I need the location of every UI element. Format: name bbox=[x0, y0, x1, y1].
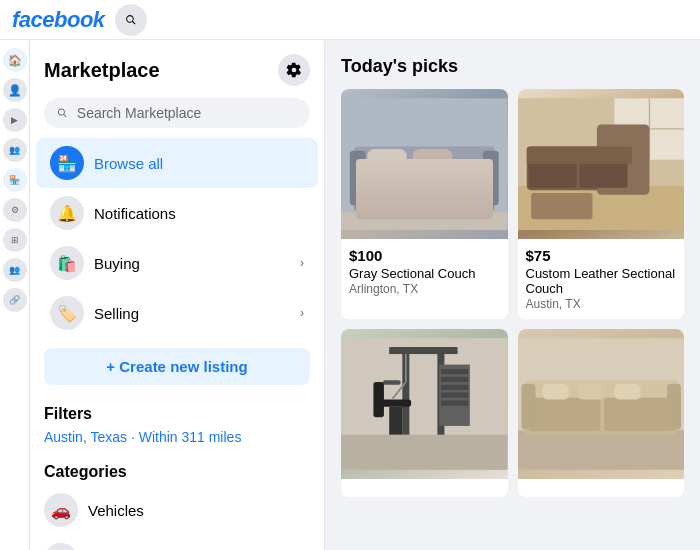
pick-location-2: Austin, TX bbox=[526, 297, 677, 311]
pick-info-3 bbox=[341, 479, 508, 497]
search-icon bbox=[124, 13, 138, 27]
section-title: Today's picks bbox=[341, 56, 684, 77]
pick-card-2[interactable]: $75 Custom Leather Sectional Couch Austi… bbox=[518, 89, 685, 319]
sidebar: Marketplace 🏪 Browse all 🔔 Notifications… bbox=[30, 40, 325, 550]
pick-image-2 bbox=[518, 89, 685, 239]
pick-name-2: Custom Leather Sectional Couch bbox=[526, 266, 677, 296]
facebook-logo: facebook bbox=[12, 7, 105, 33]
buying-chevron: › bbox=[300, 256, 304, 270]
nav-icon-grid[interactable]: ⊞ bbox=[3, 228, 27, 252]
search-icon-sidebar bbox=[56, 106, 69, 120]
notifications-label: Notifications bbox=[94, 205, 304, 222]
pick-card-3[interactable] bbox=[341, 329, 508, 497]
nav-icon-profile[interactable]: 👤 bbox=[3, 78, 27, 102]
svg-rect-18 bbox=[531, 193, 592, 219]
svg-rect-36 bbox=[373, 382, 384, 417]
nav-icon-link[interactable]: 🔗 bbox=[3, 288, 27, 312]
property-icon: 🏠 bbox=[44, 543, 78, 550]
categories-section-label: Categories bbox=[30, 453, 324, 485]
filter-location[interactable]: Austin, Texas · Within 311 miles bbox=[30, 427, 324, 453]
topbar: facebook bbox=[0, 0, 700, 40]
svg-rect-42 bbox=[603, 398, 673, 431]
create-listing-button[interactable]: + Create new listing bbox=[44, 348, 310, 385]
main-layout: 🏠 👤 ▶ 👥 🏪 ⚙ ⊞ 👥 🔗 Marketplace 🏪 bbox=[0, 40, 700, 550]
svg-rect-17 bbox=[526, 146, 631, 164]
svg-rect-1 bbox=[354, 164, 494, 212]
filters-section-label: Filters bbox=[30, 395, 324, 427]
svg-rect-27 bbox=[441, 377, 468, 382]
sidebar-item-selling[interactable]: 🏷️ Selling › bbox=[36, 288, 318, 338]
nav-icon-home[interactable]: 🏠 bbox=[3, 48, 27, 72]
nav-icon-community[interactable]: 👥 bbox=[3, 258, 27, 282]
svg-rect-4 bbox=[413, 149, 452, 170]
sidebar-item-notifications[interactable]: 🔔 Notifications bbox=[36, 188, 318, 238]
svg-rect-43 bbox=[521, 384, 535, 430]
pick-card-4[interactable] bbox=[518, 329, 685, 497]
svg-rect-21 bbox=[341, 435, 508, 470]
svg-rect-45 bbox=[542, 384, 568, 400]
svg-rect-5 bbox=[350, 151, 366, 205]
svg-rect-41 bbox=[528, 398, 600, 431]
svg-rect-0 bbox=[341, 98, 508, 229]
pick-name-1: Gray Sectional Couch bbox=[349, 266, 500, 281]
svg-rect-31 bbox=[380, 400, 411, 407]
content-area: Today's picks bbox=[325, 40, 700, 550]
svg-rect-7 bbox=[341, 212, 508, 230]
couch1-illustration bbox=[341, 89, 508, 239]
buying-icon: 🛍️ bbox=[50, 246, 84, 280]
pick-info-2: $75 Custom Leather Sectional Couch Austi… bbox=[518, 239, 685, 319]
gear-button[interactable] bbox=[278, 54, 310, 86]
gym-illustration bbox=[341, 329, 508, 479]
pick-price-1: $100 bbox=[349, 247, 500, 264]
svg-rect-46 bbox=[577, 384, 603, 400]
svg-rect-28 bbox=[441, 385, 468, 390]
svg-rect-44 bbox=[666, 384, 680, 430]
couch3-illustration bbox=[518, 329, 685, 479]
couch2-illustration bbox=[518, 89, 685, 239]
left-nav: 🏠 👤 ▶ 👥 🏪 ⚙ ⊞ 👥 🔗 bbox=[0, 40, 30, 550]
gear-icon bbox=[286, 62, 302, 78]
nav-icon-watch[interactable]: ▶ bbox=[3, 108, 27, 132]
svg-rect-24 bbox=[389, 347, 457, 354]
svg-rect-6 bbox=[483, 151, 499, 205]
svg-rect-47 bbox=[614, 384, 640, 400]
vehicles-label: Vehicles bbox=[88, 502, 144, 519]
pick-info-1: $100 Gray Sectional Couch Arlington, TX bbox=[341, 239, 508, 304]
selling-icon: 🏷️ bbox=[50, 296, 84, 330]
pick-card-1[interactable]: $100 Gray Sectional Couch Arlington, TX bbox=[341, 89, 508, 319]
sidebar-header: Marketplace bbox=[30, 40, 324, 94]
svg-rect-32 bbox=[389, 407, 402, 435]
svg-rect-16 bbox=[579, 161, 627, 187]
pick-location-1: Arlington, TX bbox=[349, 282, 500, 296]
notifications-icon: 🔔 bbox=[50, 196, 84, 230]
sidebar-title: Marketplace bbox=[44, 59, 160, 82]
buying-label: Buying bbox=[94, 255, 290, 272]
topbar-search-button[interactable] bbox=[115, 4, 147, 36]
svg-rect-15 bbox=[528, 161, 576, 187]
svg-rect-35 bbox=[383, 380, 401, 384]
category-item-property[interactable]: 🏠 Property for rent bbox=[30, 535, 324, 550]
svg-rect-38 bbox=[518, 430, 685, 469]
nav-icon-groups[interactable]: ⚙ bbox=[3, 198, 27, 222]
browse-icon: 🏪 bbox=[50, 146, 84, 180]
pick-image-1 bbox=[341, 89, 508, 239]
selling-chevron: › bbox=[300, 306, 304, 320]
browse-label: Browse all bbox=[94, 155, 304, 172]
selling-label: Selling bbox=[94, 305, 290, 322]
marketplace-search[interactable] bbox=[44, 98, 310, 128]
pick-image-4 bbox=[518, 329, 685, 479]
picks-grid: $100 Gray Sectional Couch Arlington, TX bbox=[341, 89, 684, 497]
svg-rect-30 bbox=[441, 400, 468, 405]
svg-rect-26 bbox=[441, 369, 468, 374]
sidebar-item-buying[interactable]: 🛍️ Buying › bbox=[36, 238, 318, 288]
nav-icon-marketplace[interactable]: 🏪 bbox=[3, 168, 27, 192]
category-item-vehicles[interactable]: 🚗 Vehicles bbox=[30, 485, 324, 535]
nav-icon-friends[interactable]: 👥 bbox=[3, 138, 27, 162]
pick-info-4 bbox=[518, 479, 685, 497]
vehicles-icon: 🚗 bbox=[44, 493, 78, 527]
search-input[interactable] bbox=[77, 105, 298, 121]
svg-rect-29 bbox=[441, 393, 468, 398]
sidebar-item-browse[interactable]: 🏪 Browse all bbox=[36, 138, 318, 188]
pick-price-2: $75 bbox=[526, 247, 677, 264]
svg-rect-3 bbox=[367, 149, 406, 170]
